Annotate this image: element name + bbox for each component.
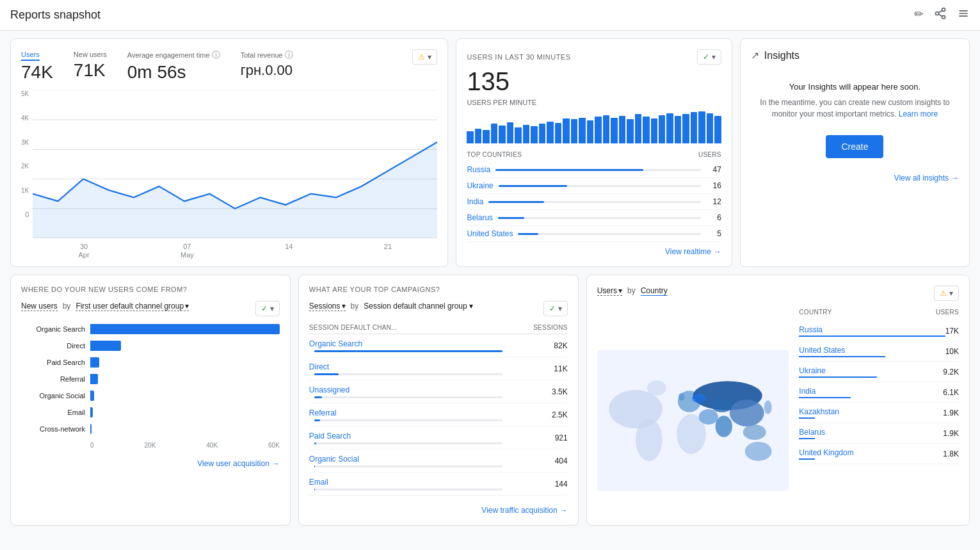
campaign-value: 921 <box>545 433 568 442</box>
camp-bar-container <box>314 465 502 467</box>
geo-badge-btn[interactable]: ⚠ ▾ <box>934 286 959 301</box>
svg-point-14 <box>636 419 663 461</box>
campaigns-rows: Organic Search 82K Direct 11K Unassigned… <box>309 334 568 496</box>
hbar-bar-container <box>90 324 280 334</box>
total-revenue-metric: Total revenue ⓘ грн.0.00 <box>241 49 293 79</box>
axis-label: 20K <box>145 442 156 449</box>
chevron-sessions: ▾ <box>342 302 346 311</box>
hbar-label: Referral <box>21 375 85 383</box>
camp-bar-container <box>314 396 502 398</box>
bar-mini <box>611 118 617 143</box>
country-name[interactable]: United States <box>467 229 513 238</box>
campaign-name[interactable]: Paid Search <box>309 432 351 441</box>
country-name[interactable]: India <box>467 197 483 206</box>
session-channel-dropdown[interactable]: Session default channel group ▾ <box>364 302 473 311</box>
bar-mini <box>563 118 569 143</box>
chevron-down-icon: ▾ <box>428 53 431 61</box>
country-name[interactable]: Ukraine <box>467 181 493 190</box>
geo-country-value: 17K <box>945 327 959 336</box>
hbar-bar-container <box>90 391 280 401</box>
bar-mini <box>579 118 585 143</box>
world-map-svg <box>597 350 789 491</box>
campaign-name[interactable]: Organic Search <box>309 339 362 348</box>
geo-country-name[interactable]: United Kingdom <box>799 448 853 457</box>
bar-mini <box>547 122 553 143</box>
geo-country-name[interactable]: India <box>799 387 815 396</box>
view-traffic-link[interactable]: View traffic acquisition → <box>309 506 568 515</box>
hbar-bar <box>90 391 94 401</box>
acquisition-badge-btn[interactable]: ✓ ▾ <box>255 301 280 316</box>
camp-bar-container <box>314 442 502 444</box>
geo-country-value: 10K <box>945 347 959 356</box>
insights-body: Your Insights will appear here soon. In … <box>751 72 959 168</box>
geo-row: United Kingdom 1.8K <box>799 444 959 464</box>
campaigns-badge-btn[interactable]: ✓ ▾ <box>543 301 568 316</box>
bottom-row: WHERE DO YOUR NEW USERS COME FROM? New u… <box>10 275 970 526</box>
insights-headline: Your Insights will appear here soon. <box>756 82 954 92</box>
create-button[interactable]: Create <box>826 135 883 158</box>
top-countries-table: TOP COUNTRIES USERS Russia 47 Ukraine 16… <box>467 151 721 242</box>
country-bar <box>495 169 643 171</box>
hbar-label: Cross-network <box>21 425 85 433</box>
bar-mini <box>666 113 673 143</box>
avg-engagement-metric: Average engagement time ⓘ 0m 56s <box>127 49 220 83</box>
country-bar <box>518 233 538 235</box>
hbar-bar <box>90 324 280 334</box>
geo-country-value: 1.9K <box>943 429 959 438</box>
country-row: Russia 47 <box>467 162 721 178</box>
geo-country-name[interactable]: Russia <box>799 325 823 334</box>
share-icon[interactable] <box>934 7 947 23</box>
users-label: Users <box>21 51 40 61</box>
country-name[interactable]: Belarus <box>467 213 493 222</box>
geo-country-name[interactable]: United States <box>799 346 845 355</box>
camp-bar <box>314 489 315 490</box>
view-realtime-link[interactable]: View realtime → <box>467 247 721 256</box>
insights-sub: In the meantime, you can create new cust… <box>756 97 954 120</box>
hbar-bar-container <box>90 424 280 434</box>
realtime-badge-btn[interactable]: ✓ ▾ <box>697 49 721 65</box>
camp-bar <box>314 465 315 467</box>
new-users-metric: New users 71K <box>74 49 107 81</box>
camp-bar <box>314 442 316 444</box>
svg-point-25 <box>764 400 771 414</box>
country-dropdown[interactable]: Country <box>641 286 668 296</box>
campaign-name[interactable]: Referral <box>309 408 337 417</box>
avg-engagement-label: Average engagement time ⓘ <box>127 51 220 59</box>
arrow-right-acq: → <box>272 459 280 468</box>
hbar-bar <box>90 374 98 384</box>
country-name[interactable]: Russia <box>467 165 490 174</box>
camp-bar-container <box>314 373 502 375</box>
geo-country-name[interactable]: Kazakhstan <box>799 407 839 416</box>
svg-point-22 <box>744 442 771 461</box>
edit-icon[interactable]: ✏ <box>914 7 924 23</box>
more-icon[interactable] <box>957 7 970 23</box>
campaign-name[interactable]: Email <box>309 478 328 487</box>
arrow-right-icon: → <box>714 247 721 256</box>
sessions-dropdown[interactable]: Sessions ▾ <box>309 302 346 311</box>
camp-bar-container <box>314 419 502 421</box>
svg-point-13 <box>647 380 666 396</box>
geo-country-name[interactable]: Belarus <box>799 428 825 437</box>
campaign-name[interactable]: Organic Social <box>309 455 359 464</box>
new-users-label: New users <box>74 51 107 58</box>
campaign-name[interactable]: Unassigned <box>309 385 349 394</box>
learn-more-link[interactable]: Learn more <box>899 109 938 118</box>
main-card-badge-btn[interactable]: ⚠ ▾ <box>412 49 437 65</box>
view-acquisition-link[interactable]: View user acquisition → <box>21 459 280 468</box>
channel-group-dropdown[interactable]: First user default channel group ▾ <box>76 302 189 311</box>
bar-mini <box>603 115 609 143</box>
acquisition-section-title: WHERE DO YOUR NEW USERS COME FROM? <box>21 286 280 293</box>
country-bar <box>498 217 524 219</box>
geo-country-name[interactable]: Ukraine <box>799 366 825 375</box>
svg-point-2 <box>942 15 945 19</box>
campaigns-table-header: SESSION DEFAULT CHAN... SESSIONS <box>309 321 568 334</box>
country-bar <box>499 185 567 187</box>
view-all-insights-link[interactable]: View all insights → <box>751 174 959 182</box>
country-row: Ukraine 16 <box>467 178 721 194</box>
hbar-bar-container <box>90 374 280 384</box>
campaign-name[interactable]: Direct <box>309 362 329 371</box>
avg-engagement-value: 0m 56s <box>127 62 220 83</box>
new-users-dropdown[interactable]: New users <box>21 302 58 311</box>
users-dropdown-geo[interactable]: Users ▾ <box>597 286 622 296</box>
geo-row: United States 10K <box>799 341 959 362</box>
